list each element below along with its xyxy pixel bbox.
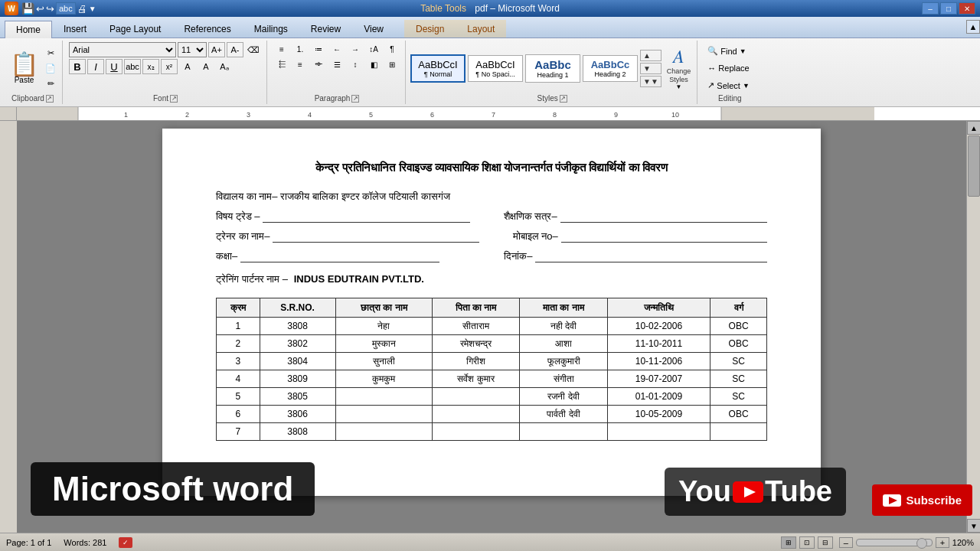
- spell-check-icon[interactable]: ✓: [119, 537, 132, 548]
- svg-text:4: 4: [308, 111, 312, 119]
- font-effects-button[interactable]: Aₐ: [216, 59, 233, 74]
- change-styles-button[interactable]: 𝐴 ChangeStyles ▼: [664, 44, 694, 93]
- styles-scroll-down[interactable]: ▼: [640, 63, 662, 74]
- trainer-mobile-row: ट्रेनर का नाम– मोबाइल नo–: [216, 230, 767, 243]
- col-dob: जन्मतिथि: [607, 298, 710, 317]
- decrease-indent-button[interactable]: ←: [328, 42, 345, 56]
- tab-review[interactable]: Review: [299, 20, 352, 37]
- select-icon: ↗: [707, 80, 714, 90]
- scroll-down-button[interactable]: ▼: [967, 519, 980, 533]
- qa-abc[interactable]: abc: [56, 2, 76, 15]
- tab-layout[interactable]: Layout: [456, 20, 506, 37]
- font-color-button[interactable]: A: [179, 59, 196, 74]
- qa-save[interactable]: 💾: [21, 2, 34, 15]
- font-grow-button[interactable]: A+: [208, 42, 225, 57]
- minimize-button[interactable]: –: [922, 2, 939, 15]
- clear-format-button[interactable]: ⌫: [245, 42, 262, 57]
- svg-rect-0: [17, 107, 78, 120]
- qa-more[interactable]: ▼: [89, 5, 96, 13]
- style-heading2[interactable]: AaBbCc Heading 2: [583, 55, 638, 82]
- cut-button[interactable]: ✂: [42, 46, 59, 60]
- paste-button[interactable]: 📋 Paste: [6, 51, 42, 86]
- left-ruler: [0, 121, 17, 533]
- zoom-in-button[interactable]: +: [936, 537, 949, 548]
- scroll-up-button[interactable]: ▲: [967, 121, 980, 135]
- copy-button[interactable]: 📄: [42, 61, 59, 75]
- shading-button[interactable]: ◧: [365, 57, 382, 71]
- view-print-button[interactable]: ⊞: [781, 536, 796, 549]
- zoom-slider-thumb[interactable]: [916, 538, 927, 549]
- table-header-row: क्रम S.R.NO. छात्रा का नाम पिता का नाम म…: [217, 298, 767, 317]
- tab-home[interactable]: Home: [5, 21, 52, 38]
- context-tool-label: Table Tools: [420, 3, 466, 14]
- tab-references[interactable]: References: [172, 20, 242, 37]
- table-container: क्रम S.R.NO. छात्रा का नाम पिता का नाम म…: [216, 298, 767, 441]
- qa-print[interactable]: 🖨: [77, 3, 87, 15]
- maximize-button[interactable]: □: [940, 2, 957, 15]
- underline-button[interactable]: U: [106, 59, 122, 74]
- align-left-button[interactable]: ⬱: [273, 57, 290, 71]
- zoom-out-button[interactable]: –: [839, 537, 853, 548]
- superscript-button[interactable]: x²: [161, 59, 178, 74]
- quick-access-toolbar: 💾 ↩ ↪ abc 🖨 ▼: [21, 2, 96, 15]
- styles-scroll-up[interactable]: ▲: [640, 50, 662, 61]
- find-icon: 🔍: [707, 46, 718, 56]
- tab-design[interactable]: Design: [404, 20, 456, 37]
- table-row: 63806पार्वती देवी10-05-2009OBC: [217, 405, 767, 422]
- multilevel-button[interactable]: ≔: [310, 42, 327, 56]
- youtube-banner: You Tube: [665, 468, 846, 516]
- ribbon-content: 📋 Paste ✂ 📄 ✏ Clipboard ↗ Arial 11 A+ A-: [0, 38, 980, 107]
- view-full-button[interactable]: ⊡: [799, 536, 815, 549]
- replace-button[interactable]: ↔ Replace: [704, 61, 756, 75]
- show-hide-button[interactable]: ¶: [384, 42, 400, 56]
- tab-view[interactable]: View: [352, 20, 395, 37]
- editing-group: 🔍 Find ▼ ↔ Replace ↗ Select ▼ Editing: [699, 41, 760, 104]
- align-center-button[interactable]: ≡: [292, 57, 309, 71]
- close-button[interactable]: ✕: [959, 2, 975, 15]
- style-no-spacing[interactable]: AaBbCcI ¶ No Spaci...: [468, 55, 523, 82]
- italic-button[interactable]: I: [87, 59, 104, 74]
- editing-buttons: 🔍 Find ▼ ↔ Replace ↗ Select ▼: [704, 42, 756, 94]
- view-web-button[interactable]: ⊟: [818, 536, 833, 549]
- font-dialog-launcher[interactable]: ↗: [170, 95, 178, 103]
- increase-indent-button[interactable]: →: [347, 42, 364, 56]
- font-name-selector[interactable]: Arial: [69, 42, 176, 57]
- highlight-button[interactable]: A: [198, 59, 214, 74]
- bold-button[interactable]: B: [69, 59, 86, 74]
- find-button[interactable]: 🔍 Find ▼: [704, 44, 756, 58]
- zoom-level: 120%: [952, 538, 974, 547]
- style-heading1[interactable]: AaBbc Heading 1: [525, 54, 580, 83]
- ribbon-minimize[interactable]: ▲: [966, 20, 980, 34]
- select-button[interactable]: ↗ Select ▼: [704, 78, 756, 93]
- scroll-track[interactable]: [967, 135, 980, 519]
- paragraph-row2: ⬱ ≡ ⬲ ☰ ↕ ◧ ⊞: [273, 57, 400, 71]
- tab-mailings[interactable]: Mailings: [243, 20, 299, 37]
- borders-button[interactable]: ⊞: [384, 57, 400, 71]
- subscribe-button[interactable]: Subscribe: [872, 484, 972, 516]
- font-size-selector[interactable]: 11: [178, 42, 207, 57]
- sort-button[interactable]: ↕A: [365, 42, 382, 56]
- qa-undo[interactable]: ↩: [36, 3, 44, 15]
- styles-expand[interactable]: ▼▼: [640, 76, 662, 87]
- paragraph-dialog-launcher[interactable]: ↗: [351, 95, 359, 103]
- scroll-thumb[interactable]: [968, 135, 980, 197]
- format-painter-button[interactable]: ✏: [42, 77, 59, 90]
- qa-redo[interactable]: ↪: [46, 3, 54, 15]
- style-normal[interactable]: AaBbCcI ¶ Normal: [410, 54, 466, 83]
- clipboard-group-label: Clipboard ↗: [6, 94, 59, 103]
- bullets-button[interactable]: ≡: [273, 42, 290, 56]
- clipboard-dialog-launcher[interactable]: ↗: [46, 95, 54, 103]
- subscript-button[interactable]: x₂: [142, 59, 159, 74]
- justify-button[interactable]: ☰: [328, 57, 345, 71]
- strikethrough-button[interactable]: abc: [124, 59, 141, 74]
- align-right-button[interactable]: ⬲: [310, 57, 327, 71]
- line-spacing-button[interactable]: ↕: [347, 57, 364, 71]
- styles-dialog-launcher[interactable]: ↗: [560, 95, 567, 103]
- table-body: 13808नेहासीतारामनही देवी10-02-2006OBC238…: [217, 317, 767, 440]
- numbering-button[interactable]: 1.: [292, 42, 309, 56]
- tab-insert[interactable]: Insert: [52, 20, 98, 37]
- subscribe-yt-icon: [883, 494, 901, 507]
- font-shrink-button[interactable]: A-: [227, 42, 243, 57]
- tab-page-layout[interactable]: Page Layout: [98, 20, 172, 37]
- zoom-slider-track[interactable]: [856, 539, 933, 546]
